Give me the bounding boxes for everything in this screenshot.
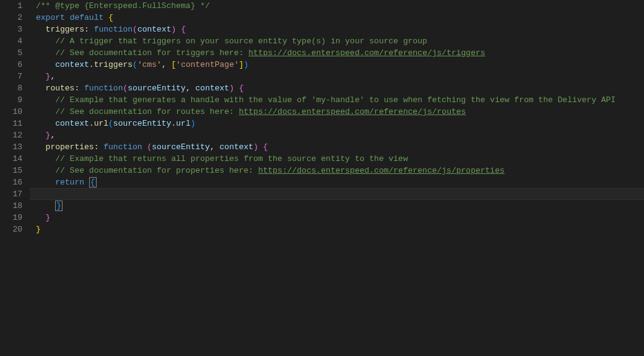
code-line-10[interactable]: // See documentation for routes here: ht… — [30, 106, 644, 118]
code-line-6[interactable]: context.triggers('cms', ['contentPage']) — [30, 59, 644, 71]
code-line-16[interactable]: return { — [30, 176, 644, 188]
code-line-14[interactable]: // Example that returns all properties f… — [30, 153, 644, 165]
line-number: 18 — [5, 200, 22, 212]
trigger-doc-comment: // See documentation for triggers here: … — [55, 48, 485, 58]
cms-string: 'cms' — [137, 60, 162, 69]
line-number: 2 — [5, 12, 22, 24]
code-line-19[interactable]: } — [30, 212, 644, 224]
code-line-5[interactable]: // See documentation for triggers here: … — [30, 47, 644, 59]
routes-property: routes — [46, 84, 75, 93]
line-number: 5 — [5, 47, 22, 59]
code-editor[interactable]: 1 2 3 4 5 6 7 8 9 10 11 12 13 14 15 16 1… — [0, 0, 644, 356]
triggers-method: triggers — [94, 60, 133, 69]
default-keyword: default — [70, 13, 104, 22]
context-param: context — [220, 142, 254, 152]
code-line-15[interactable]: // See documentation for properties here… — [30, 165, 644, 176]
sourceentity-param: sourceEntity — [152, 142, 210, 152]
context-var: context — [55, 119, 89, 128]
line-number: 11 — [5, 118, 22, 129]
function-keyword: function — [84, 84, 123, 93]
brace-open-match: { — [89, 177, 97, 188]
code-line-20[interactable]: } — [30, 224, 644, 235]
function-keyword: function — [103, 142, 142, 152]
code-line-18[interactable]: } — [30, 200, 644, 212]
line-number: 17 — [5, 188, 22, 200]
context-param: context — [196, 84, 230, 93]
properties-example-comment: // Example that returns all properties f… — [55, 154, 408, 163]
return-keyword: return — [55, 178, 84, 187]
line-number-gutter: 1 2 3 4 5 6 7 8 9 10 11 12 13 14 15 16 1… — [0, 0, 30, 356]
code-line-8[interactable]: routes: function(sourceEntity, context) … — [30, 82, 644, 94]
line-number: 6 — [5, 59, 22, 71]
export-keyword: export — [36, 13, 65, 22]
line-number: 13 — [5, 141, 22, 153]
routes-example-comment: // Example that generates a handle with … — [55, 95, 616, 105]
line-number: 15 — [5, 165, 22, 176]
line-number: 4 — [5, 35, 22, 47]
line-number: 7 — [5, 71, 22, 82]
line-number: 14 — [5, 153, 22, 165]
sourceentity-param: sourceEntity — [128, 84, 186, 93]
code-line-3[interactable]: triggers: function(context) { — [30, 24, 644, 35]
code-content[interactable]: /** @type {Enterspeed.FullSchema} */ exp… — [30, 0, 644, 356]
line-number: 1 — [5, 0, 22, 12]
code-line-2[interactable]: export default { — [30, 12, 644, 24]
line-number: 16 — [5, 176, 22, 188]
code-line-17-active[interactable] — [30, 188, 644, 200]
line-number: 10 — [5, 106, 22, 118]
function-keyword: function — [94, 25, 133, 34]
url-property: url — [176, 119, 190, 128]
code-line-9[interactable]: // Example that generates a handle with … — [30, 94, 644, 106]
code-line-13[interactable]: properties: function (sourceEntity, cont… — [30, 141, 644, 153]
code-line-11[interactable]: context.url(sourceEntity.url) — [30, 118, 644, 129]
code-line-1[interactable]: /** @type {Enterspeed.FullSchema} */ — [30, 0, 644, 12]
properties-property: properties — [46, 142, 94, 152]
code-line-4[interactable]: // A trigger that triggers on your sourc… — [30, 35, 644, 47]
routes-doc-link[interactable]: https://docs.enterspeed.com/reference/js… — [239, 107, 466, 116]
triggers-doc-link[interactable]: https://docs.enterspeed.com/reference/js… — [248, 48, 485, 58]
properties-doc-link[interactable]: https://docs.enterspeed.com/reference/js… — [258, 166, 505, 175]
context-var: context — [55, 60, 89, 69]
line-number: 20 — [5, 224, 22, 235]
sourceentity-var: sourceEntity — [113, 119, 172, 128]
line-number: 9 — [5, 94, 22, 106]
context-param: context — [137, 25, 172, 34]
contentpage-string: 'contentPage' — [176, 60, 238, 69]
line-number: 3 — [5, 24, 22, 35]
properties-doc-comment: // See documentation for properties here… — [55, 166, 505, 175]
triggers-property: triggers — [46, 25, 84, 34]
code-line-12[interactable]: }, — [30, 129, 644, 141]
jsdoc-comment: /** @type {Enterspeed.FullSchema} */ — [36, 1, 210, 11]
url-method: url — [94, 119, 108, 128]
line-number: 12 — [5, 129, 22, 141]
code-line-7[interactable]: }, — [30, 71, 644, 82]
routes-doc-comment: // See documentation for routes here: ht… — [55, 107, 466, 116]
trigger-comment: // A trigger that triggers on your sourc… — [55, 37, 427, 46]
line-number: 19 — [5, 212, 22, 224]
line-number: 8 — [5, 82, 22, 94]
brace-close-match: } — [55, 201, 63, 211]
